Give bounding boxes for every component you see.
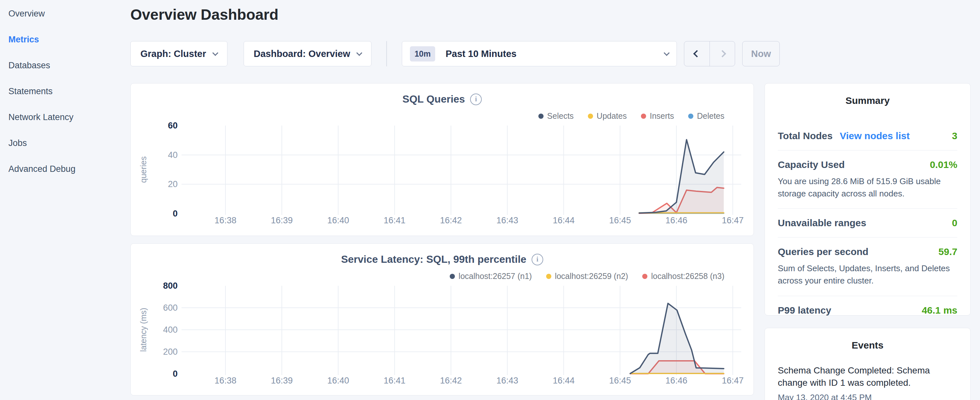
sidebar-item-network-latency[interactable]: Network Latency xyxy=(8,104,129,130)
summary-row-description: Sum of Selects, Updates, Inserts, and De… xyxy=(778,263,957,287)
legend-item-deletes[interactable]: Deletes xyxy=(688,112,724,121)
summary-row-value: 46.1 ms xyxy=(922,305,957,316)
y-axis-tick-label: 60 xyxy=(168,122,178,131)
legend-dot xyxy=(450,274,455,279)
summary-row-value: 59.7 xyxy=(939,246,957,257)
summary-row-value: 3 xyxy=(952,131,957,142)
x-axis-tick-label: 16:41 xyxy=(384,215,406,225)
sql-queries-chart: 16:3816:3916:4016:4116:4216:4316:4416:45… xyxy=(131,122,752,236)
legend-item-localhost-26257-n1[interactable]: localhost:26257 (n1) xyxy=(450,271,532,281)
legend-dot xyxy=(641,113,646,119)
legend-item-localhost-26259-n2[interactable]: localhost:26259 (n2) xyxy=(546,271,628,281)
series-area-selects xyxy=(639,140,724,214)
legend-label: Deletes xyxy=(697,112,724,121)
sidebar: OverviewMetricsDatabasesStatementsNetwor… xyxy=(0,0,129,400)
series-area-localhost-26257-n1 xyxy=(630,303,724,374)
summary-row-queries-per-second: Queries per second59.7Sum of Selects, Up… xyxy=(778,237,957,296)
y-axis-tick-label: 40 xyxy=(168,150,178,160)
legend-label: localhost:26257 (n1) xyxy=(458,271,532,281)
x-axis-tick-label: 16:47 xyxy=(722,215,744,225)
time-window-dropdown[interactable]: 10m Past 10 Minutes xyxy=(402,41,677,66)
legend-dot xyxy=(642,274,648,279)
event-timestamp: May 13, 2020 at 4:45 PM xyxy=(778,392,957,400)
legend-item-selects[interactable]: Selects xyxy=(538,112,574,121)
x-axis-tick-label: 16:42 xyxy=(440,376,462,386)
legend-dot xyxy=(538,113,544,119)
sidebar-item-metrics[interactable]: Metrics xyxy=(8,27,129,53)
x-axis-tick-label: 16:43 xyxy=(496,376,518,386)
chart-title: SQL Queries xyxy=(402,93,465,105)
x-axis-tick-label: 16:43 xyxy=(496,215,518,225)
x-axis-tick-label: 16:39 xyxy=(271,376,293,386)
summary-row-label: Queries per second xyxy=(778,246,869,257)
summary-row-value: 0.01% xyxy=(930,159,957,170)
time-window-label: Past 10 Minutes xyxy=(445,49,665,59)
info-icon[interactable]: i xyxy=(531,254,543,265)
x-axis-tick-label: 16:45 xyxy=(609,376,631,386)
toolbar-divider xyxy=(386,41,387,66)
y-axis-tick-label: 800 xyxy=(163,282,178,291)
x-axis-tick-label: 16:39 xyxy=(271,215,293,225)
summary-row-unavailable-ranges: Unavailable ranges0 xyxy=(778,209,957,237)
legend-dot xyxy=(546,274,551,279)
next-time-button[interactable] xyxy=(710,41,735,66)
x-axis-tick-label: 16:46 xyxy=(665,215,687,225)
chart-title: Service Latency: SQL, 99th percentile xyxy=(341,253,527,265)
chevron-left-icon xyxy=(694,50,701,57)
summary-row-total-nodes: Total NodesView nodes list3 xyxy=(778,122,957,150)
chart-legend: localhost:26257 (n1)localhost:26259 (n2)… xyxy=(450,271,724,281)
event-message: Schema Change Completed: Schema change w… xyxy=(778,364,957,389)
graph-dropdown-label: Graph: Cluster xyxy=(140,49,206,59)
time-pager xyxy=(684,41,735,66)
toolbar: Graph: Cluster Dashboard: Overview 10m P… xyxy=(130,41,780,66)
view-nodes-link[interactable]: View nodes list xyxy=(840,131,910,142)
summary-row-label: Total Nodes xyxy=(778,131,832,142)
sidebar-item-statements[interactable]: Statements xyxy=(8,78,129,104)
sidebar-item-advanced-debug[interactable]: Advanced Debug xyxy=(8,156,129,182)
legend-item-updates[interactable]: Updates xyxy=(588,112,627,121)
events-panel: Events Schema Change Completed: Schema c… xyxy=(765,328,970,400)
y-axis-unit-label: queries xyxy=(139,156,148,183)
legend-dot xyxy=(688,113,694,119)
sidebar-item-overview[interactable]: Overview xyxy=(8,1,129,27)
time-window-badge: 10m xyxy=(410,46,435,62)
x-axis-tick-label: 16:38 xyxy=(215,376,237,386)
x-axis-tick-label: 16:47 xyxy=(722,376,744,386)
summary-row-capacity-used: Capacity Used0.01%You are using 28.6 MiB… xyxy=(778,150,957,209)
y-axis-tick-label: 600 xyxy=(163,303,178,312)
summary-row-value: 0 xyxy=(952,217,957,228)
y-axis-tick-label: 400 xyxy=(163,325,178,335)
legend-label: localhost:26258 (n3) xyxy=(651,271,724,281)
x-axis-tick-label: 16:46 xyxy=(665,376,687,386)
chevron-down-icon xyxy=(356,50,362,56)
event-item[interactable]: Schema Change Completed: Schema change w… xyxy=(765,364,970,400)
dashboard-dropdown-label: Dashboard: Overview xyxy=(254,49,350,59)
x-axis-tick-label: 16:44 xyxy=(553,215,574,225)
x-axis-tick-label: 16:45 xyxy=(609,215,631,225)
now-button[interactable]: Now xyxy=(742,41,780,66)
info-icon[interactable]: i xyxy=(470,94,482,105)
y-axis-tick-label: 0 xyxy=(173,369,178,379)
latency-chart: 16:3816:3916:4016:4116:4216:4316:4416:45… xyxy=(131,282,752,396)
y-axis-tick-label: 200 xyxy=(163,347,178,357)
service-latency-card: Service Latency: SQL, 99th percentile i … xyxy=(130,243,754,395)
summary-row-label: Unavailable ranges xyxy=(778,217,866,228)
x-axis-tick-label: 16:42 xyxy=(440,215,462,225)
prev-time-button[interactable] xyxy=(684,41,710,66)
now-button-label: Now xyxy=(751,49,771,59)
x-axis-tick-label: 16:40 xyxy=(328,376,349,386)
legend-dot xyxy=(588,113,593,119)
page-title: Overview Dashboard xyxy=(130,6,278,23)
summary-row-label: Capacity Used xyxy=(778,159,845,170)
sidebar-item-databases[interactable]: Databases xyxy=(8,53,129,78)
dashboard-dropdown[interactable]: Dashboard: Overview xyxy=(243,41,371,66)
graph-dropdown[interactable]: Graph: Cluster xyxy=(130,41,228,66)
sidebar-item-jobs[interactable]: Jobs xyxy=(8,130,129,156)
summary-row-description: You are using 28.6 MiB of 515.9 GiB usab… xyxy=(778,175,957,200)
summary-row-p99-latency: P99 latency46.1 ms xyxy=(778,296,957,325)
legend-item-inserts[interactable]: Inserts xyxy=(641,112,674,121)
sql-queries-card: SQL Queries i SelectsUpdatesInsertsDelet… xyxy=(130,83,754,236)
summary-row-label: P99 latency xyxy=(778,305,831,316)
chevron-down-icon xyxy=(663,50,670,56)
legend-item-localhost-26258-n3[interactable]: localhost:26258 (n3) xyxy=(642,271,724,281)
